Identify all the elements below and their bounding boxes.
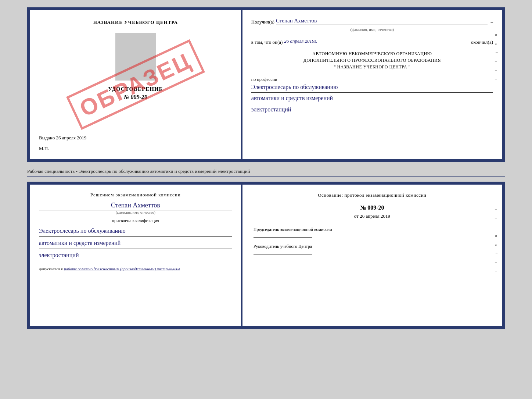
- qual-bottom-line: [39, 277, 194, 277]
- qual-name: Степан Ахметтов: [39, 202, 232, 209]
- dash-after-name: –: [490, 19, 493, 25]
- date-prefix: от: [354, 213, 359, 219]
- in-that-line: в том, что он(а) 26 апреля 2019г. окончи…: [251, 38, 493, 45]
- profession-line2: автоматики и средств измерений: [251, 94, 493, 104]
- qual-fio-subtext: (фамилия, имя, отчество): [39, 210, 232, 214]
- qual-director-label: Руководитель учебного Центра: [254, 243, 491, 250]
- date-value: 26 апреля 2019г.: [284, 38, 468, 45]
- issued-date: 26 апреля 2019: [56, 135, 87, 140]
- received-line: Получил(а) Степан Ахметтов –: [251, 18, 493, 25]
- org-text: АВТОНОМНУЮ НЕКОММЕРЧЕСКУЮ ОРГАНИЗАЦИЮ ДО…: [251, 50, 493, 70]
- finished-label: окончил(а): [471, 39, 493, 45]
- qual-allowed-line: допускается к работе согласно должностны…: [39, 267, 232, 271]
- certificate-book: НАЗВАНИЕ УЧЕБНОГО ЦЕНТРА УДОСТОВЕРЕНИЕ №…: [27, 7, 505, 162]
- received-name: Степан Ахметтов: [276, 18, 488, 25]
- fio-subtext: (фамилия, имя, отчество): [251, 27, 493, 32]
- protocol-prefix: №: [360, 204, 366, 211]
- qual-protocol-number: № 009-20: [254, 204, 491, 211]
- qual-allowed-value: работе согласно должностным (производств…: [64, 267, 180, 271]
- qual-right-heading: Основание: протокол экзаменационной коми…: [254, 192, 491, 199]
- cert-mp: М.П.: [39, 146, 232, 152]
- org-line1: АВТОНОМНУЮ НЕКОММЕРЧЕСКУЮ ОРГАНИЗАЦИЮ: [251, 50, 493, 57]
- qual-left-page: Решением экзаменационной комиссии Степан…: [30, 185, 242, 326]
- qual-right-page: Основание: протокол экзаменационной коми…: [242, 185, 502, 326]
- qual-chairman-label: Председатель экзаменационной комиссии: [254, 227, 491, 233]
- in-that-label: в том, что он(а): [251, 39, 283, 45]
- qualification-book: Решением экзаменационной комиссии Степан…: [27, 182, 505, 329]
- cert-right-page: Получил(а) Степан Ахметтов – (фамилия, и…: [242, 10, 502, 159]
- qual-right-side-marks: – – – и а ← – – –: [495, 207, 499, 282]
- qual-director-sig-line: [254, 254, 312, 254]
- cert-school-title: НАЗВАНИЕ УЧЕБНОГО ЦЕНТРА: [39, 19, 232, 25]
- qual-profession-line2: автоматики и средств измерений: [39, 239, 232, 249]
- cert-photo-area: [115, 33, 156, 81]
- qual-protocol-date: от 26 апреля 2019: [254, 213, 491, 219]
- cert-left-page: НАЗВАНИЕ УЧЕБНОГО ЦЕНТРА УДОСТОВЕРЕНИЕ №…: [30, 10, 242, 159]
- qual-assigned-label: присвоена квалификация: [39, 218, 232, 224]
- qual-heading: Решением экзаменационной комиссии: [39, 192, 232, 198]
- qual-profession-line3: электростанций: [39, 251, 232, 261]
- cert-doc-number: № 009-20: [39, 94, 232, 100]
- received-label: Получил(а): [251, 19, 274, 25]
- profession-line3: электростанций: [251, 106, 493, 115]
- specialty-text: Рабочая специальность - Электрослесарь п…: [27, 167, 505, 177]
- cert-doc-type: УДОСТОВЕРЕНИЕ: [39, 86, 232, 92]
- org-line2: ДОПОЛНИТЕЛЬНОГО ПРОФЕССИОНАЛЬНОГО ОБРАЗО…: [251, 57, 493, 64]
- issued-label: Выдано: [39, 135, 55, 140]
- qual-chairman-sig-line: [254, 237, 312, 238]
- qual-profession-line1: Электрослесарь по обслуживанию: [39, 227, 232, 237]
- protocol-num: 009-20: [367, 204, 384, 211]
- cert-issued-line: Выдано 26 апреля 2019: [39, 135, 232, 143]
- qual-allowed-label: допускается к: [39, 267, 63, 271]
- profession-line1: Электрослесарь по обслуживанию: [251, 83, 493, 93]
- right-side-marks: и а ← – – – –: [495, 32, 499, 90]
- date-val: 26 апреля 2019: [360, 213, 390, 219]
- org-line3: " НАЗВАНИЕ УЧЕБНОГО ЦЕНТРА ": [251, 64, 493, 70]
- profession-label: по профессии: [251, 77, 493, 82]
